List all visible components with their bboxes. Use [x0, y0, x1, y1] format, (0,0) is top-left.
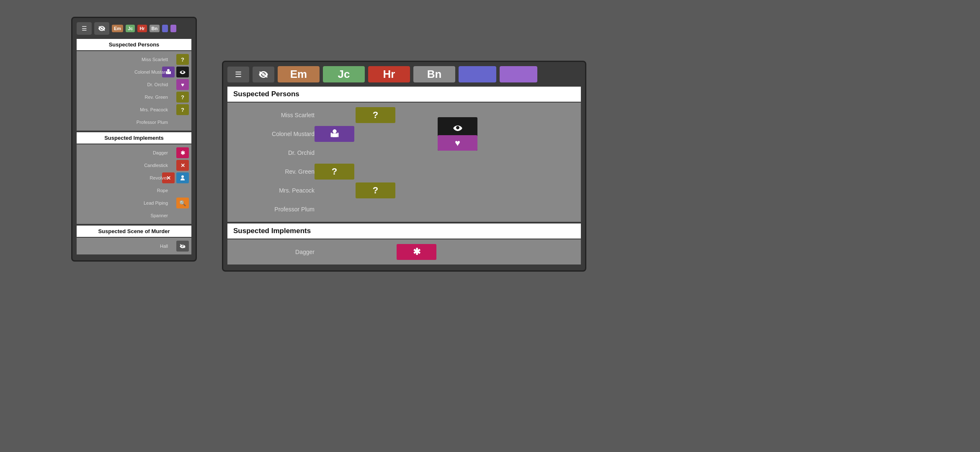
left-label-dagger: Dagger	[153, 150, 168, 155]
right-panel: ☰ Em Jc Hr Bn Suspected Persons Miss Sca…	[222, 61, 586, 272]
right-cell-peacock-0	[315, 182, 354, 198]
right-cell-peacock-3	[438, 182, 477, 198]
right-row-dr-orchid: Dr. Orchid	[231, 144, 578, 162]
right-implements-header: Suspected Implements	[227, 223, 581, 239]
left-scene-header: Suspected Scene of Murder	[77, 226, 191, 237]
left-player-hr[interactable]: Hr	[137, 25, 147, 32]
right-cell-orchid-1	[356, 145, 395, 161]
right-cell-mustard-4	[479, 126, 518, 142]
left-panel: ☰ Em Jc Hr Bn Suspected Persons Miss Sca…	[71, 17, 197, 262]
left-row-candlestick: Candlestick ✕	[79, 159, 189, 171]
right-toolbar: ☰ Em Jc Hr Bn	[227, 66, 581, 82]
right-cell-mustard-0[interactable]	[315, 126, 354, 142]
left-menu-button[interactable]: ☰	[77, 22, 92, 35]
left-persons-body: Miss Scarlett ? Colonel Mustard Dr. Orch…	[77, 51, 191, 131]
right-cells-dr-orchid	[315, 145, 560, 161]
right-cell-dagger-0	[315, 244, 354, 260]
right-row-mrs-peacock: Mrs. Peacock ?	[231, 182, 578, 199]
right-cell-dagger-3	[438, 244, 477, 260]
right-cell-green-1	[356, 164, 395, 180]
right-row-dagger: Dagger ✱	[231, 243, 578, 261]
left-eye-button[interactable]	[94, 22, 109, 35]
left-player-5[interactable]	[162, 25, 168, 32]
right-player-5[interactable]	[459, 66, 496, 82]
right-cell-peacock-4	[479, 182, 518, 198]
left-cell-mustard-eye[interactable]	[176, 67, 189, 77]
right-player-bn[interactable]: Bn	[413, 66, 455, 82]
right-row-rev-green: Rev. Green ?	[231, 163, 578, 180]
svg-point-5	[181, 175, 184, 178]
svg-rect-4	[170, 71, 171, 74]
right-cell-plum-2	[397, 201, 436, 217]
left-cell-peacock-1[interactable]: ?	[176, 104, 189, 115]
left-cell-lead-piping-1[interactable]: 🔍	[176, 198, 189, 208]
right-cell-orchid-5	[520, 145, 560, 161]
left-cell-orchid-heart[interactable]: ♥	[176, 79, 189, 90]
left-label-spanner: Spanner	[150, 213, 168, 218]
right-label-colonel-mustard: Colonel Mustard	[235, 131, 315, 137]
left-player-em[interactable]: Em	[112, 25, 123, 32]
right-cell-peacock-5	[520, 182, 560, 198]
left-row-dagger: Dagger ✱	[79, 147, 189, 159]
right-player-jc[interactable]: Jc	[323, 66, 365, 82]
left-cell-revolver-2[interactable]	[176, 172, 189, 183]
left-cell-hall-eye[interactable]	[176, 241, 189, 252]
left-cell-green-1[interactable]: ?	[176, 92, 189, 103]
right-cell-orchid-0	[315, 145, 354, 161]
right-cells-dagger: ✱	[315, 244, 560, 260]
left-implements-header: Suspected Implements	[77, 132, 191, 144]
right-cell-dagger-2[interactable]: ✱	[397, 244, 436, 260]
left-cell-dagger-1[interactable]: ✱	[176, 147, 189, 158]
right-cell-mustard-1	[356, 126, 395, 142]
right-cells-professor-plum	[315, 201, 560, 217]
svg-rect-11	[337, 133, 338, 137]
left-row-dr-orchid: Dr. Orchid ♥	[79, 79, 189, 90]
right-cell-orchid-3	[438, 145, 477, 161]
right-cell-green-2	[397, 164, 436, 180]
right-menu-button[interactable]: ☰	[227, 67, 249, 82]
svg-rect-8	[332, 133, 337, 137]
left-player-bn[interactable]: Bn	[150, 25, 160, 32]
right-player-hr[interactable]: Hr	[368, 66, 410, 82]
left-row-hall: Hall	[79, 240, 189, 252]
right-row-colonel-mustard: Colonel Mustard ♥	[231, 125, 578, 143]
left-label-hall: Hall	[160, 244, 168, 249]
right-cell-dagger-4	[479, 244, 518, 260]
right-player-6[interactable]	[500, 66, 537, 82]
right-label-dagger: Dagger	[235, 249, 315, 255]
right-label-miss-scarlett: Miss Scarlett	[235, 112, 315, 118]
left-cell-candlestick-1[interactable]: ✕	[176, 160, 189, 171]
right-cell-peacock-1[interactable]: ?	[356, 182, 395, 198]
right-persons-header: Suspected Persons	[227, 87, 581, 102]
svg-rect-10	[330, 133, 332, 137]
left-persons-header: Suspected Persons	[77, 39, 191, 50]
right-cells-mrs-peacock: ?	[315, 182, 560, 198]
left-toolbar: ☰ Em Jc Hr Bn	[77, 22, 191, 35]
right-player-em[interactable]: Em	[278, 66, 320, 82]
left-row-mrs-peacock: Mrs. Peacock ?	[79, 104, 189, 116]
left-row-miss-scarlett: Miss Scarlett ?	[79, 54, 189, 65]
left-cell-scarlett-1[interactable]: ?	[176, 54, 189, 65]
right-label-mrs-peacock: Mrs. Peacock	[235, 187, 315, 194]
right-cell-orchid-2	[397, 145, 436, 161]
right-cell-plum-3	[438, 201, 477, 217]
right-cell-orchid-4	[479, 145, 518, 161]
left-label-colonel-mustard: Colonel Mustard	[134, 69, 168, 74]
left-row-lead-piping: Lead Piping 🔍	[79, 197, 189, 209]
left-row-rope: Rope	[79, 185, 189, 196]
left-scene-body: Hall	[77, 238, 191, 254]
right-cell-green-5	[520, 164, 560, 180]
left-player-jc[interactable]: Jc	[126, 25, 135, 32]
left-label-miss-scarlett: Miss Scarlett	[142, 57, 168, 62]
left-label-mrs-peacock: Mrs. Peacock	[140, 107, 168, 112]
right-cell-peacock-2	[397, 182, 436, 198]
svg-point-9	[333, 129, 336, 133]
right-cell-green-0[interactable]: ?	[315, 164, 354, 180]
right-cell-mustard-5	[520, 126, 560, 142]
right-eye-button[interactable]	[253, 67, 274, 82]
left-label-candlestick: Candlestick	[144, 163, 168, 168]
right-cell-mustard-2	[397, 126, 436, 142]
left-player-6[interactable]	[170, 25, 176, 32]
left-row-revolver: Revolver ✕	[79, 172, 189, 184]
right-persons-body: Miss Scarlett ? Colonel Mustard	[227, 103, 581, 222]
